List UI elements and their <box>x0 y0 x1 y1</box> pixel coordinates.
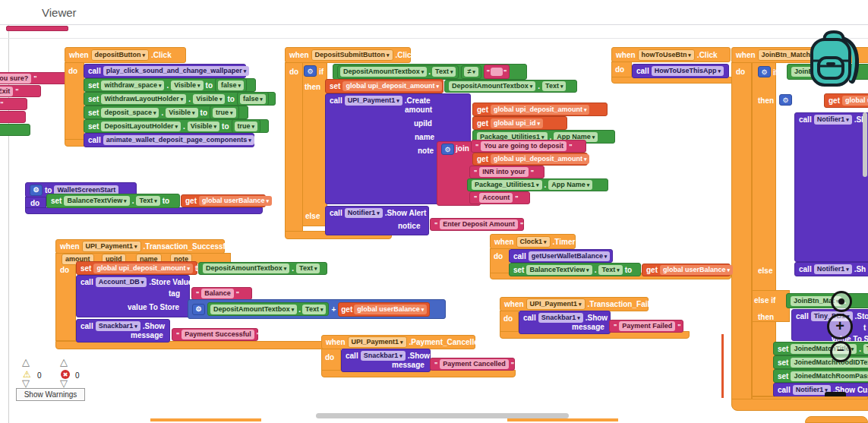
component-dropdown[interactable]: UPI_Payment1 <box>82 241 141 252</box>
component-dropdown[interactable]: Notifier1 <box>814 115 852 125</box>
text-block[interactable]: Enter Deposit Amount <box>430 218 524 231</box>
operator-dropdown[interactable]: ≠ <box>464 67 478 77</box>
call-method-block-notifier[interactable] <box>794 112 868 262</box>
get-variable-block[interactable]: get global upi_deposit_amount <box>472 153 588 166</box>
component-dropdown[interactable]: WithdrawLayoutHolder <box>101 94 186 104</box>
event-block-txnsuccess-header[interactable]: when UPI_Payment1 .Transaction_Successfu… <box>55 239 225 254</box>
block-bottom[interactable] <box>25 207 263 214</box>
set-property-block[interactable]: set JoinedMatchRoomPass <box>773 369 868 383</box>
property-dropdown[interactable]: Text <box>432 67 456 77</box>
call-procedure-block[interactable]: call play_click_sound_and_change_wallpap… <box>84 64 246 78</box>
logic-dropdown[interactable]: true <box>213 108 235 118</box>
logic-value-block[interactable]: false <box>237 92 269 106</box>
logic-value-block[interactable]: false <box>215 78 247 92</box>
text-block[interactable]: Balance <box>191 287 252 300</box>
clipped-block-edge[interactable] <box>721 334 724 398</box>
get-variable-block[interactable]: get global userBalance <box>338 302 430 317</box>
zoom-out-button[interactable]: − <box>830 341 851 362</box>
variable-dropdown[interactable]: global upi_deposit_amount <box>93 264 192 273</box>
set-property-block[interactable]: set JoinedMatchRoodIDText <box>773 355 868 369</box>
set-property-block[interactable]: set BalanceTextView . Text to <box>509 263 641 276</box>
component-dropdown[interactable]: JoinedMatchRoodIDText <box>791 358 868 368</box>
call-method-header[interactable]: call UPI_Payment1 .Create <box>325 93 471 108</box>
call-method-block[interactable]: call Notifier1 .Sh <box>794 262 868 276</box>
block-spine[interactable] <box>285 62 303 234</box>
mutator-gear-icon[interactable]: ⚙ <box>758 66 771 77</box>
component-dropdown[interactable]: DepositAmountTextbox <box>210 305 297 314</box>
property-dropdown[interactable]: Text <box>136 196 159 206</box>
component-dropdown[interactable]: UPI_Payment1 <box>526 298 586 310</box>
call-method-block[interactable]: call Notifier1 .Show Cust <box>773 383 868 397</box>
mutator-gear-icon[interactable]: ⚙ <box>441 144 454 155</box>
event-block-depositsubmit-header[interactable]: when DepositSubmitButton .Click <box>285 47 411 63</box>
empty-text-block[interactable] <box>484 65 510 79</box>
logic-dropdown[interactable]: true <box>235 122 257 131</box>
text-block-app-exit[interactable]: pp Exit <box>0 85 41 97</box>
variable-dropdown[interactable]: global userBalance <box>660 265 733 275</box>
clipped-block-bottom-3[interactable] <box>805 416 868 423</box>
clipped-block-top[interactable] <box>6 26 68 31</box>
text-block[interactable]: Payment Failed <box>609 320 683 333</box>
text-value[interactable]: Payment Failed <box>619 321 675 331</box>
text-value[interactable]: Enter Deposit Amount <box>440 219 518 229</box>
math-add-block[interactable]: ⚙ DepositAmountTextbox . Text + get glob… <box>188 299 446 319</box>
set-property-block[interactable]: set withdraw_space . Visible to false <box>84 78 256 92</box>
block-bottom[interactable] <box>731 399 868 411</box>
set-property-block[interactable]: set deposit_space . Visible to true <box>84 106 248 119</box>
logic-dropdown[interactable]: false <box>218 80 244 90</box>
component-dropdown[interactable]: Snackbar1 <box>96 321 140 331</box>
variable-dropdown[interactable]: global upi_deposit_amount <box>491 154 589 164</box>
vertical-scrollbar-thumb[interactable] <box>863 112 867 177</box>
zoom-in-button[interactable]: + <box>827 314 853 339</box>
call-method-header[interactable]: call Notifier1 .Sh <box>794 112 868 127</box>
component-dropdown[interactable]: Snackbar1 <box>361 351 406 361</box>
component-dropdown[interactable]: UPI_Payment1 <box>348 336 407 348</box>
component-dropdown[interactable]: Account_DB <box>96 277 147 287</box>
text-value[interactable]: Account <box>479 193 513 203</box>
call-procedure-block[interactable]: call getUserWalletBalance <box>509 249 613 263</box>
mutator-gear-icon[interactable]: ⚙ <box>779 94 792 106</box>
event-block-txnfailed-header[interactable]: when UPI_Payment1 .Transaction_Failed <box>500 297 649 311</box>
property-dropdown[interactable]: Visible <box>166 108 197 118</box>
operator-block[interactable]: ≠ <box>461 65 481 79</box>
error-up-arrow[interactable]: △ <box>60 358 68 367</box>
variable-dropdown[interactable]: global userBalance <box>199 196 272 206</box>
component-dropdown[interactable]: JoinedMatchRoomPass <box>791 371 868 381</box>
property-dropdown[interactable]: Visible <box>171 80 203 90</box>
text-value[interactable]: Balance <box>201 289 234 298</box>
show-warnings-button[interactable]: Show Warnings <box>16 388 85 401</box>
call-procedure-block[interactable]: call HowToUseThisApp <box>632 64 729 78</box>
procedure-dropdown[interactable]: HowToUseThisApp <box>652 66 724 76</box>
text-block-yes[interactable]: es <box>0 98 27 110</box>
variable-dropdown[interactable]: global userBalance <box>354 305 427 314</box>
variable-dropdown[interactable]: global upi_deposit_amount <box>491 105 589 115</box>
component-dropdown[interactable]: DepositAmountTextbox <box>449 81 535 91</box>
property-dropdown[interactable]: T <box>863 344 868 354</box>
text-value[interactable]: Payment Cancelled <box>440 359 509 369</box>
property-dropdown[interactable]: Visible <box>188 122 219 131</box>
condition-block[interactable]: JoinBtn_Mat . <box>786 293 868 308</box>
component-dropdown[interactable]: Package_Utilities1 <box>472 180 542 190</box>
component-dropdown[interactable]: Clock1 <box>516 236 551 248</box>
call-procedure-block[interactable]: call animate_wallet_deposit_page_compone… <box>84 133 254 147</box>
text-value[interactable]: You are going to deposit <box>481 141 567 151</box>
text-value[interactable]: re you sure? <box>0 74 31 84</box>
component-dropdown[interactable]: DepositAmountTextbox <box>203 264 289 273</box>
block-spine[interactable] <box>731 62 752 404</box>
event-block-cancelled-header[interactable]: when UPI_Payment1 .Payment_Cancelled <box>321 335 475 349</box>
text-block-are-you-sure[interactable]: re you sure? <box>0 72 71 84</box>
component-getter-block[interactable]: DepositAmountTextbox . Text <box>444 80 577 93</box>
event-block-clock-header[interactable]: when Clock1 .Timer <box>490 234 576 249</box>
set-property-block[interactable]: set WithdrawLayoutHolder . Visible to fa… <box>84 92 276 106</box>
component-getter-block[interactable]: DepositAmountTextbox . Text <box>207 302 329 316</box>
center-blocks-button[interactable] <box>831 291 852 312</box>
component-dropdown[interactable]: BalanceTextView <box>526 265 592 275</box>
error-down-arrow[interactable]: ▽ <box>60 379 68 388</box>
text-value[interactable]: INR into your <box>479 167 529 177</box>
component-dropdown[interactable]: depositButton <box>91 49 149 61</box>
component-dropdown[interactable]: Notifier1 <box>345 208 383 218</box>
set-global-block[interactable]: set global upi_deposit_amount to <box>76 261 197 275</box>
warning-down-arrow[interactable]: ▽ <box>22 379 30 388</box>
event-block-howtouse-header[interactable]: when howToUseBtn .Click <box>611 47 731 62</box>
event-block-depositbutton-header[interactable]: when depositButton .Click <box>65 47 186 63</box>
